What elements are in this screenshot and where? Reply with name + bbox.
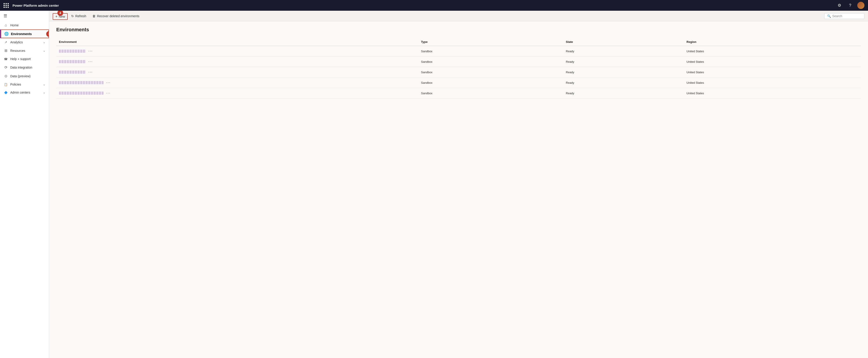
env-state: Ready: [563, 57, 684, 67]
recover-icon: 🗑: [92, 14, 96, 18]
table-row[interactable]: ··· Sandbox Ready United States: [56, 67, 861, 78]
sidebar-label-policies: Policies: [10, 83, 41, 86]
env-state: Ready: [563, 46, 684, 57]
search-icon: 🔍: [827, 14, 831, 18]
page-title: Environments: [56, 27, 861, 33]
sidebar-label-analytics: Analytics: [10, 40, 41, 44]
app-launcher-icon[interactable]: [4, 3, 9, 8]
sidebar-label-resources: Resources: [10, 49, 41, 53]
user-avatar[interactable]: [857, 2, 864, 9]
topbar-icons: ⚙ ?: [836, 2, 864, 9]
sidebar-item-analytics[interactable]: ↗ Analytics ⌄: [0, 38, 49, 46]
help-support-icon: ☎: [4, 57, 8, 61]
sidebar-label-data-preview: Data (preview): [10, 74, 45, 78]
admin-centers-icon: 🔷: [4, 91, 8, 94]
env-context-menu[interactable]: ···: [88, 49, 94, 54]
content-area: 4 + New ↻ Refresh 🗑 Recover deleted envi…: [49, 11, 868, 358]
env-name-blurred: [59, 70, 86, 74]
col-header-type: Type: [418, 38, 563, 46]
app-title: Power Platform admin center: [12, 4, 833, 7]
sidebar-label-environments: Environments: [11, 32, 45, 36]
sidebar: ☰ ⌂ Home 🌐 Environments 3 ↗ Analytics ⌄ …: [0, 11, 49, 358]
data-integration-icon: ⟳: [4, 65, 8, 69]
env-context-menu[interactable]: ···: [88, 59, 94, 64]
data-preview-icon: ⊙: [4, 74, 8, 78]
env-state: Ready: [563, 67, 684, 78]
env-type: Sandbox: [418, 57, 563, 67]
env-name-cell[interactable]: ···: [56, 88, 418, 98]
env-name-cell[interactable]: ···: [56, 57, 418, 67]
env-name-blurred: [59, 92, 103, 95]
env-state: Ready: [563, 78, 684, 88]
sidebar-item-admin-centers[interactable]: 🔷 Admin centers ⌄: [0, 88, 49, 96]
env-region: United States: [684, 67, 861, 78]
env-type: Sandbox: [418, 67, 563, 78]
analytics-chevron-icon: ⌄: [43, 41, 45, 44]
sidebar-item-data-preview[interactable]: ⊙ Data (preview): [0, 72, 49, 81]
topbar: Power Platform admin center ⚙ ?: [0, 0, 868, 11]
sidebar-item-home[interactable]: ⌂ Home: [0, 21, 49, 29]
env-type: Sandbox: [418, 46, 563, 57]
home-icon: ⌂: [4, 23, 8, 27]
table-row[interactable]: ··· Sandbox Ready United States: [56, 57, 861, 67]
env-name-blurred: [59, 50, 86, 53]
policies-icon: 📋: [4, 83, 8, 86]
sidebar-item-environments[interactable]: 🌐 Environments 3: [0, 29, 49, 38]
policies-chevron-icon: ⌄: [43, 83, 45, 86]
env-context-menu[interactable]: ···: [105, 80, 112, 85]
main-layout: ☰ ⌂ Home 🌐 Environments 3 ↗ Analytics ⌄ …: [0, 11, 868, 358]
sidebar-item-help-support[interactable]: ☎ Help + support: [0, 55, 49, 63]
page-content: Environments Environment Type State Regi…: [49, 22, 868, 358]
refresh-button[interactable]: ↻ Refresh: [68, 13, 89, 19]
settings-button[interactable]: ⚙: [836, 2, 843, 9]
env-region: United States: [684, 57, 861, 67]
environments-table: Environment Type State Region ··· Sandbo…: [56, 38, 861, 98]
env-name-cell[interactable]: ···: [56, 67, 418, 78]
col-header-environment: Environment: [56, 38, 418, 46]
resources-chevron-icon: ⌄: [43, 49, 45, 52]
toolbar: 4 + New ↻ Refresh 🗑 Recover deleted envi…: [49, 11, 868, 22]
sidebar-item-data-integration[interactable]: ⟳ Data integration: [0, 63, 49, 72]
environments-icon: 🌐: [4, 32, 9, 36]
env-type: Sandbox: [418, 88, 563, 98]
sidebar-item-resources[interactable]: ⊞ Resources ⌄: [0, 46, 49, 55]
col-header-state: State: [563, 38, 684, 46]
refresh-label: Refresh: [75, 14, 86, 18]
table-row[interactable]: ··· Sandbox Ready United States: [56, 88, 861, 98]
col-header-region: Region: [684, 38, 861, 46]
env-name-cell[interactable]: ···: [56, 78, 418, 88]
search-box[interactable]: 🔍 Search: [824, 13, 864, 19]
sidebar-label-home: Home: [10, 24, 45, 27]
recover-button[interactable]: 🗑 Recover deleted environments: [90, 13, 142, 19]
admin-centers-chevron-icon: ⌄: [43, 91, 45, 94]
env-state: Ready: [563, 88, 684, 98]
table-row[interactable]: ··· Sandbox Ready United States: [56, 78, 861, 88]
table-row[interactable]: ··· Sandbox Ready United States: [56, 46, 861, 57]
sidebar-label-data-integration: Data integration: [10, 66, 45, 69]
hamburger-menu[interactable]: ☰: [0, 11, 49, 21]
env-name-blurred: [59, 60, 86, 63]
refresh-icon: ↻: [71, 14, 74, 18]
env-region: United States: [684, 78, 861, 88]
sidebar-label-help-support: Help + support: [10, 57, 45, 61]
sidebar-item-policies[interactable]: 📋 Policies ⌄: [0, 81, 49, 88]
env-type: Sandbox: [418, 78, 563, 88]
env-name-cell[interactable]: ···: [56, 46, 418, 57]
analytics-icon: ↗: [4, 40, 8, 44]
resources-icon: ⊞: [4, 49, 8, 53]
env-region: United States: [684, 88, 861, 98]
search-placeholder: Search: [832, 14, 842, 18]
env-context-menu[interactable]: ···: [105, 91, 112, 96]
new-button-wrapper: 4 + New: [53, 13, 68, 20]
help-button[interactable]: ?: [846, 2, 854, 9]
env-context-menu[interactable]: ···: [88, 70, 94, 74]
sidebar-label-admin-centers: Admin centers: [10, 91, 41, 94]
plus-icon: +: [55, 14, 57, 19]
env-name-blurred: [59, 81, 103, 84]
env-region: United States: [684, 46, 861, 57]
recover-label: Recover deleted environments: [97, 14, 139, 18]
